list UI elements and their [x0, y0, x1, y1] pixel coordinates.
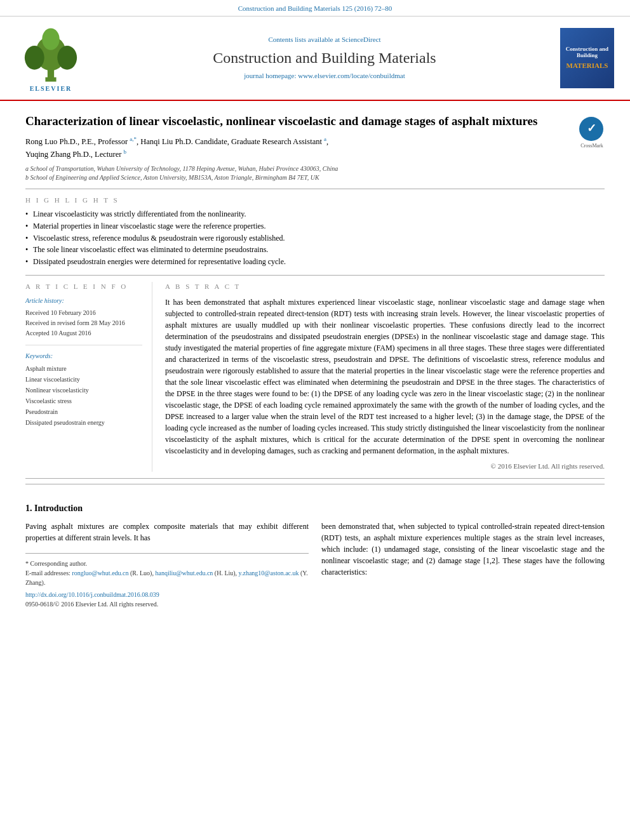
highlight-item: Linear viscoelasticity was strictly diff… [25, 209, 605, 220]
journal-logo-right: Construction and Building MATERIALS [560, 28, 617, 88]
journal-logo-box: Construction and Building MATERIALS [560, 28, 614, 88]
issn-line: 0950-0618/© 2016 Elsevier Ltd. All right… [25, 599, 309, 609]
accepted-date: Accepted 10 August 2016 [25, 328, 142, 338]
keywords-list: Asphalt mixture Linear viscoelasticity N… [25, 363, 142, 428]
intro-body: Paving asphalt mixtures are complex comp… [25, 521, 605, 609]
highlights-heading: H I G H L I G H T S [25, 196, 605, 205]
corresponding-note: * Corresponding author. [25, 559, 309, 568]
sciencedirect-line: Contents lists available at ScienceDirec… [95, 35, 554, 44]
footnote-section: * Corresponding author. E-mail addresses… [25, 553, 309, 609]
highlight-item: Material properties in linear viscoelast… [25, 221, 605, 232]
email-note: E-mail addresses: rongluo@whut.edu.cn (R… [25, 568, 309, 587]
article-info-column: A R T I C L E I N F O Article history: R… [25, 282, 152, 472]
article-info-abstract-section: A R T I C L E I N F O Article history: R… [25, 276, 605, 479]
journal-header: ELSEVIER Contents lists available at Sci… [0, 17, 630, 100]
affiliations: a School of Transportation, Wuhan Univer… [25, 164, 570, 182]
highlight-item: The sole linear viscoelastic effect was … [25, 244, 605, 255]
keyword-item: Linear viscoelasticity [25, 374, 142, 385]
highlight-item: Dissipated pseudostrain energies were de… [25, 257, 605, 267]
keywords-label: Keywords: [25, 352, 142, 361]
intro-col-right: been demonstrated that, when subjected t… [321, 521, 605, 609]
keyword-item: Nonlinear viscoelasticity [25, 385, 142, 396]
abstract-text: It has been demonstrated that asphalt mi… [165, 297, 605, 457]
article-title-text: Characterization of linear viscoelastic,… [25, 114, 570, 182]
intro-text-right: been demonstrated that, when subjected t… [321, 521, 605, 578]
email-rong-link[interactable]: rongluo@whut.edu.cn [72, 570, 128, 577]
introduction-section: 1. Introduction Paving asphalt mixtures … [25, 490, 605, 610]
article-dates: Received 10 February 2016 Received in re… [25, 308, 142, 345]
article-main-title: Characterization of linear viscoelastic,… [25, 114, 570, 130]
article-title-section: Characterization of linear viscoelastic,… [25, 101, 605, 189]
intro-section-title: 1. Introduction [25, 502, 605, 515]
keyword-item: Pseudostrain [25, 406, 142, 417]
email-hanqi-link[interactable]: hanqiliu@whut.edu.cn [155, 570, 213, 577]
intro-col-left: Paving asphalt mixtures are complex comp… [25, 521, 309, 609]
crossmark-label: CrossMark [579, 142, 605, 149]
journal-title-center: Contents lists available at ScienceDirec… [95, 35, 554, 81]
received-date: Received 10 February 2016 [25, 308, 142, 318]
crossmark-icon: ✓ [579, 117, 603, 141]
journal-main-title: Construction and Building Materials [95, 48, 554, 69]
section-title-text: Introduction [34, 503, 83, 513]
logo-title: Construction and Building [564, 46, 610, 60]
intro-text-left: Paving asphalt mixtures are complex comp… [25, 521, 309, 543]
keyword-item: Asphalt mixture [25, 363, 142, 374]
elsevier-label: ELSEVIER [30, 84, 72, 93]
highlight-item: Viscoelastic stress, reference modulus &… [25, 233, 605, 244]
journal-homepage: journal homepage: www.elsevier.com/locat… [95, 71, 554, 81]
svg-rect-5 [45, 77, 56, 82]
elsevier-tree-icon [13, 23, 89, 83]
article-info-heading: A R T I C L E I N F O [25, 282, 142, 291]
content-area: Characterization of linear viscoelastic,… [0, 101, 630, 610]
copyright-line: © 2016 Elsevier Ltd. All rights reserved… [165, 462, 605, 471]
svg-point-4 [42, 29, 59, 50]
article-history-label: Article history: [25, 297, 142, 305]
authors-line: Rong Luo Ph.D., P.E., Professor a,*, Han… [25, 135, 570, 160]
received-revised-date: Received in revised form 28 May 2016 [25, 318, 142, 328]
highlights-section: H I G H L I G H T S Linear viscoelastici… [25, 189, 605, 276]
affiliation-b: b School of Engineering and Applied Scie… [25, 173, 570, 182]
sciencedirect-link-text[interactable]: ScienceDirect [342, 36, 381, 43]
keyword-item: Viscoelastic stress [25, 396, 142, 406]
homepage-link[interactable]: www.elsevier.com/locate/conbuildmat [298, 72, 405, 79]
logo-materials: MATERIALS [566, 61, 608, 70]
svg-point-2 [25, 46, 44, 70]
keyword-item: Dissipated pseudostrain energy [25, 417, 142, 428]
affiliation-a: a School of Transportation, Wuhan Univer… [25, 164, 570, 173]
crossmark-badge: ✓ CrossMark [579, 117, 605, 142]
section-divider [25, 484, 605, 484]
abstract-heading: A B S T R A C T [165, 282, 605, 291]
email-yuqing-link[interactable]: y.zhang10@aston.ac.uk [239, 570, 299, 577]
doi-line: http://dx.doi.org/10.1016/j.conbuildmat.… [25, 590, 309, 599]
abstract-column: A B S T R A C T It has been demonstrated… [165, 282, 605, 472]
section-number: 1. [25, 503, 32, 513]
elsevier-logo-left: ELSEVIER [13, 23, 89, 93]
journal-reference: Construction and Building Materials 125 … [0, 0, 630, 17]
svg-point-3 [57, 46, 77, 70]
doi-link[interactable]: http://dx.doi.org/10.1016/j.conbuildmat.… [25, 591, 159, 598]
